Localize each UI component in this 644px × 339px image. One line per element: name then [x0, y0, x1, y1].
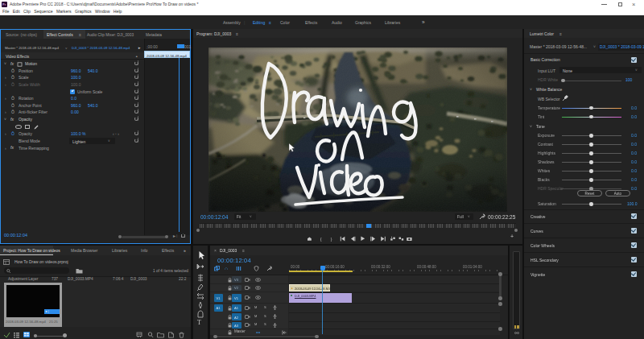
svg-text:{: {	[320, 238, 322, 242]
svg-text:}: }	[331, 238, 332, 242]
